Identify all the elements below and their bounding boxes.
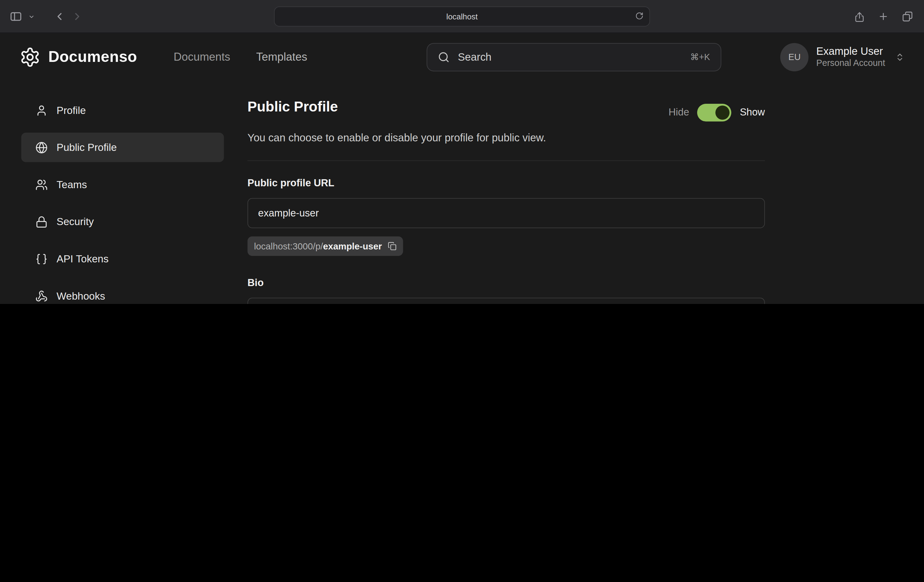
account-menu[interactable]: EU Example User Personal Account <box>780 33 904 81</box>
url-field-label: Public profile URL <box>248 177 765 189</box>
content: Profile Public Profile Teams <box>0 81 924 304</box>
search-icon <box>438 51 450 63</box>
braces-icon <box>35 253 48 265</box>
search-shortcut: ⌘+K <box>690 52 710 62</box>
toggle-on-label: Show <box>740 107 765 119</box>
avatar: EU <box>780 43 808 71</box>
sidebar-item-label: Webhooks <box>57 290 105 302</box>
profile-url-input[interactable] <box>248 198 765 228</box>
sidebar-item-label: Teams <box>57 178 87 191</box>
chevrons-up-down-icon <box>895 52 904 61</box>
address-bar[interactable]: localhost <box>274 7 650 26</box>
bio-textarea[interactable]: This is an example bio. <box>248 298 765 304</box>
main-nav: Documents Templates <box>173 51 307 63</box>
nav-templates[interactable]: Templates <box>256 51 307 63</box>
app-window: Documenso Documents Templates Search ⌘+K… <box>0 33 924 304</box>
search-bar[interactable]: Search ⌘+K <box>427 43 721 71</box>
settings-sidebar: Profile Public Profile Teams <box>21 96 224 304</box>
address-bar-url: localhost <box>446 12 478 21</box>
search-placeholder: Search <box>458 51 492 63</box>
users-icon <box>35 178 48 191</box>
browser-toolbar: localhost <box>0 0 924 33</box>
sidebar-item-label: API Tokens <box>57 253 109 265</box>
user-icon <box>35 104 48 116</box>
chevron-down-icon[interactable] <box>28 13 35 20</box>
copy-icon[interactable] <box>388 242 397 251</box>
divider <box>248 160 765 161</box>
nav-documents[interactable]: Documents <box>173 51 230 63</box>
sidebar-item-teams[interactable]: Teams <box>21 170 224 199</box>
bio-field-label: Bio <box>248 277 765 289</box>
profile-url-preview-text: localhost:3000/p/example-user <box>254 241 382 251</box>
toggle-knob <box>716 106 730 120</box>
documenso-logo-icon <box>20 46 41 68</box>
profile-visibility-toggle[interactable] <box>698 104 732 121</box>
new-tab-icon[interactable] <box>878 11 889 21</box>
lock-icon <box>35 215 48 228</box>
page-title: Public Profile <box>248 98 338 116</box>
back-button-icon[interactable] <box>54 10 65 22</box>
sidebar-item-label: Security <box>57 215 94 228</box>
brand[interactable]: Documenso <box>20 46 137 68</box>
tab-overview-icon[interactable] <box>901 10 913 22</box>
reload-icon[interactable] <box>635 12 644 20</box>
sidebar-item-webhooks[interactable]: Webhooks <box>21 281 224 304</box>
visibility-toggle-group: Hide Show <box>668 104 765 121</box>
profile-url-preview[interactable]: localhost:3000/p/example-user <box>248 236 403 256</box>
brand-name: Documenso <box>48 48 137 66</box>
sidebar-toggle-icon[interactable] <box>10 10 23 23</box>
page-description: You can choose to enable or disable your… <box>248 130 765 146</box>
sidebar-item-security[interactable]: Security <box>21 207 224 236</box>
sidebar-item-public-profile[interactable]: Public Profile <box>21 133 224 162</box>
user-name: Example User <box>816 45 885 58</box>
sidebar-item-api-tokens[interactable]: API Tokens <box>21 244 224 274</box>
webhook-icon <box>35 290 48 302</box>
toggle-off-label: Hide <box>668 107 689 119</box>
forward-button-icon[interactable] <box>71 10 83 22</box>
sidebar-item-label: Profile <box>57 104 86 116</box>
share-icon[interactable] <box>854 10 865 23</box>
account-type: Personal Account <box>816 58 885 69</box>
public-profile-panel: Public Profile Hide Show You can choose … <box>248 96 765 304</box>
screen: localhost Documenso <box>0 0 924 304</box>
sidebar-item-profile[interactable]: Profile <box>21 96 224 125</box>
globe-icon <box>35 141 48 154</box>
sidebar-item-label: Public Profile <box>57 141 117 154</box>
app-header: Documenso Documents Templates Search ⌘+K… <box>0 33 924 81</box>
